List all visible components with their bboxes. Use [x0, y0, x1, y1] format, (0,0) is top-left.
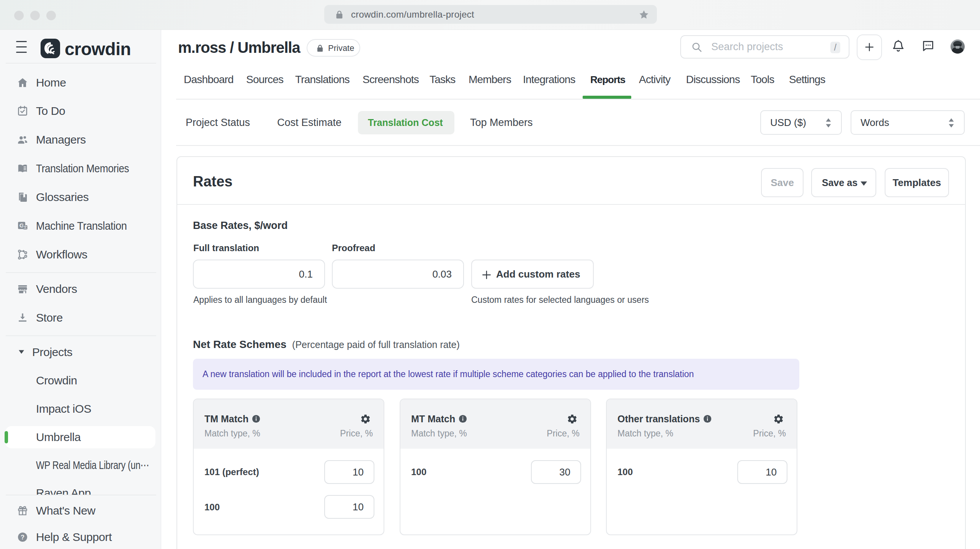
svg-text:?: ? — [21, 533, 24, 540]
svg-text:文: 文 — [23, 225, 27, 229]
